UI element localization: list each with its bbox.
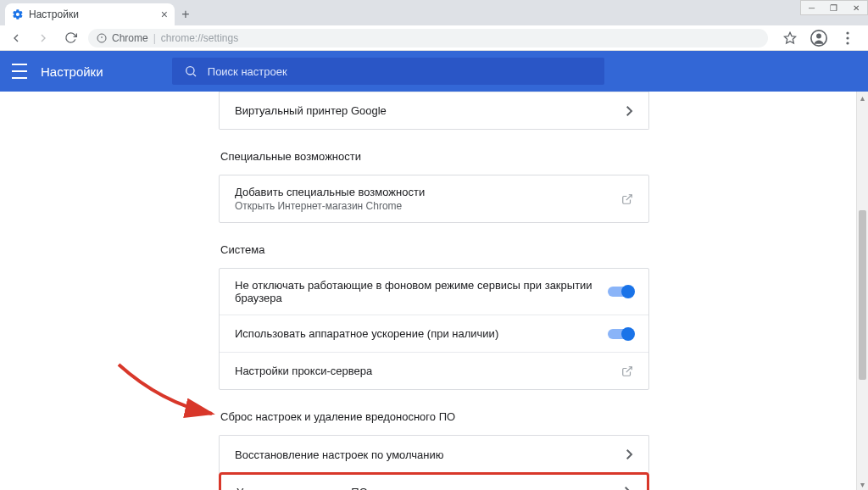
address-bar[interactable]: Chrome | chrome://settings [88,29,768,47]
row-label: Виртуальный принтер Google [235,104,626,117]
svg-point-5 [816,33,821,38]
window-controls: ─ ❐ ✕ [800,0,868,15]
tab-title: Настройки [29,8,79,20]
bookmark-star-icon[interactable] [782,30,798,47]
row-label: Удалить вредоносное ПО с компьютера [236,486,625,491]
row-cleanup-computer-highlighted: Удалить вредоносное ПО с компьютера [219,472,649,490]
row-label: Восстановление настроек по умолчанию [235,448,626,461]
svg-marker-3 [784,32,795,43]
row-hardware-accel[interactable]: Использовать аппаратное ускорение (при н… [220,315,648,352]
section-accessibility-title: Специальные возможности [220,150,649,163]
back-button[interactable] [7,29,25,47]
profile-avatar-icon[interactable] [810,30,827,47]
tab-settings[interactable]: Настройки × [5,3,175,25]
scrollbar-thumb[interactable] [859,210,866,380]
forward-button[interactable] [34,29,53,47]
svg-point-8 [846,42,849,44]
row-label: Использовать аппаратное ускорение (при н… [235,327,608,340]
toggle-hardware-accel[interactable] [608,329,633,339]
scroll-up-icon[interactable]: ▴ [857,92,868,103]
search-icon [184,64,198,78]
chevron-right-icon [626,449,633,459]
open-external-icon [621,365,633,377]
kebab-menu-icon[interactable] [839,30,856,47]
settings-header: Настройки [0,51,868,92]
scroll-down-icon[interactable]: ▾ [857,478,868,490]
vertical-scrollbar[interactable]: ▴ ▾ [856,92,868,490]
window-minimize-button[interactable]: ─ [809,3,815,13]
window-close-button[interactable]: ✕ [853,3,860,13]
section-reset-title: Сброс настроек и удаление вредоносного П… [220,410,649,423]
row-label: Добавить специальные возможности [235,186,621,198]
gear-icon [12,8,24,20]
addr-origin: Chrome [112,32,148,44]
tab-strip: Настройки × + [0,0,868,25]
svg-point-6 [846,31,849,34]
toolbar: Chrome | chrome://settings [0,25,868,51]
row-restore-defaults[interactable]: Восстановление настроек по умолчанию [220,436,648,473]
settings-search[interactable] [172,58,604,85]
row-label: Настройки прокси-сервера [235,365,621,377]
row-cleanup-computer[interactable]: Удалить вредоносное ПО с компьютера [221,475,647,490]
content-viewport: Виртуальный принтер Google Специальные в… [0,92,856,490]
menu-hamburger-icon[interactable] [12,64,27,79]
row-proxy-settings[interactable]: Настройки прокси-сервера [220,352,648,389]
addr-separator: | [153,32,156,44]
page-title: Настройки [41,64,103,79]
open-external-icon [621,193,633,205]
svg-line-12 [626,366,632,371]
tab-close-icon[interactable]: × [161,8,168,20]
svg-point-9 [186,67,193,75]
site-info-icon[interactable] [97,33,107,43]
svg-line-10 [193,74,196,76]
chevron-right-icon [626,106,633,116]
addr-path: chrome://settings [161,32,238,44]
chevron-right-icon [625,487,632,490]
section-system-title: Система [220,243,649,256]
svg-line-11 [626,194,632,199]
svg-point-7 [846,36,849,39]
window-maximize-button[interactable]: ❐ [830,3,837,13]
row-subtitle: Открыть Интернет-магазин Chrome [235,200,621,212]
row-google-cloud-print[interactable]: Виртуальный принтер Google [220,92,648,129]
new-tab-button[interactable]: + [175,3,197,25]
settings-search-input[interactable] [208,65,593,78]
row-background-apps[interactable]: Не отключать работающие в фоновом режиме… [220,269,648,315]
toggle-background-apps[interactable] [608,287,633,297]
row-label: Не отключать работающие в фоновом режиме… [235,279,608,304]
reload-button[interactable] [61,29,80,47]
row-add-accessibility[interactable]: Добавить специальные возможности Открыть… [220,175,648,222]
